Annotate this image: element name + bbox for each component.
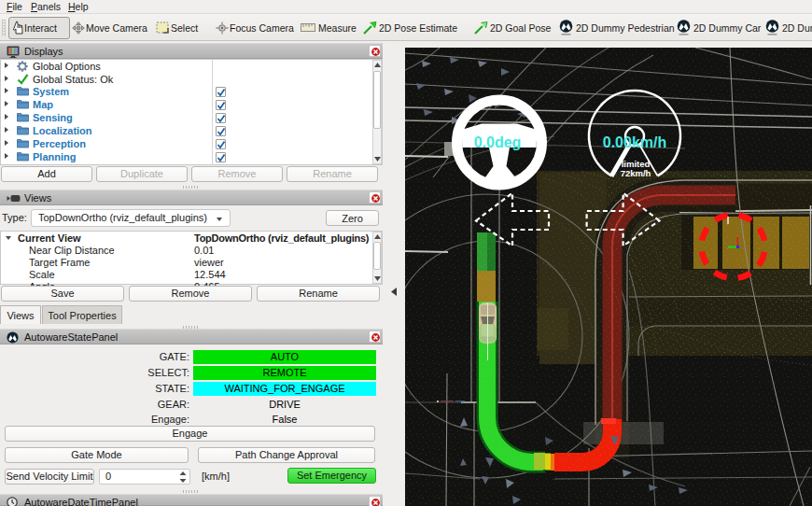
svg-text:0.00km/h: 0.00km/h [603, 134, 666, 150]
svg-text:0.0deg: 0.0deg [474, 134, 522, 150]
svg-text:72km/h: 72km/h [621, 168, 651, 178]
